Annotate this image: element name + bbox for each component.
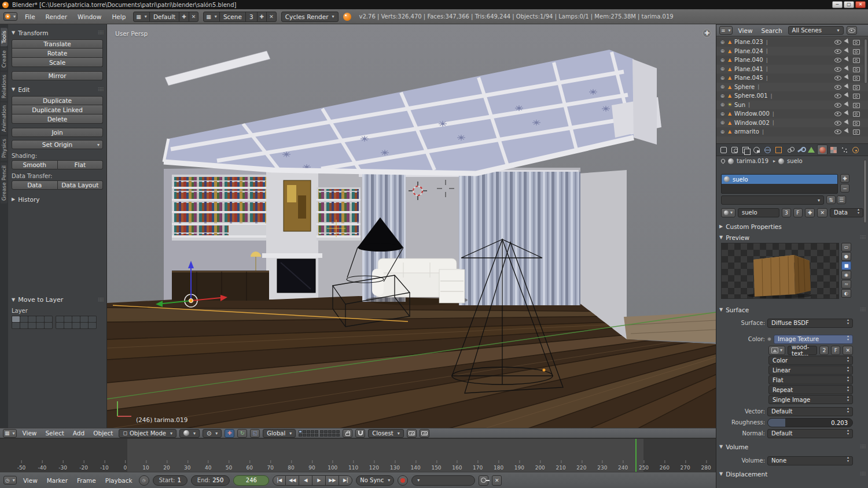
link-mode-dropdown[interactable]: Data — [830, 208, 863, 217]
preview-monkey-button[interactable]: ◉ — [841, 271, 851, 279]
translate-button[interactable]: Translate — [12, 39, 103, 49]
tab-scene[interactable] — [751, 145, 762, 155]
close-button[interactable]: ✕ — [855, 1, 866, 8]
material-slot-selected[interactable]: suelo — [722, 175, 837, 184]
scale-button[interactable]: Scale — [12, 58, 103, 67]
layer-cell[interactable] — [64, 323, 72, 328]
breadcrumb-object[interactable]: tarima.019 — [737, 158, 768, 164]
roughness-slider[interactable]: 0.203 — [767, 418, 853, 427]
renderable-icon[interactable] — [853, 128, 860, 135]
slot-options-button[interactable]: ☰ — [837, 195, 846, 204]
panel-header-history[interactable]: ▶ History — [12, 194, 103, 204]
duplicate-linked-button[interactable]: Duplicate Linked — [12, 105, 103, 114]
data-transfer-data-button[interactable]: Data — [12, 180, 58, 190]
menu-render[interactable]: Render — [43, 13, 70, 20]
play-button[interactable]: ▶ — [312, 475, 326, 486]
timeline-menu-marker[interactable]: Marker — [44, 477, 71, 484]
timeline-menu-playback[interactable]: Playback — [102, 477, 135, 484]
panel-drag-icon[interactable]: ⠿⠿ — [860, 444, 865, 450]
outliner-scrollbar[interactable] — [864, 39, 867, 84]
extension-dropdown[interactable]: Repeat — [768, 385, 853, 394]
data-transfer-layout-button[interactable]: Data Layout — [58, 180, 104, 190]
interpolation-dropdown[interactable]: Linear — [768, 365, 853, 375]
renderable-icon[interactable] — [853, 57, 860, 63]
renderable-icon[interactable] — [853, 48, 860, 54]
jump-start-button[interactable]: |◀ — [273, 475, 286, 486]
play-reverse-button[interactable]: ◀ — [299, 475, 312, 486]
tab-object[interactable] — [773, 145, 784, 155]
viewport-menu-view[interactable]: View — [20, 430, 40, 437]
layer-cell[interactable] — [320, 430, 323, 433]
expand-icon[interactable]: ⊕ — [719, 57, 726, 63]
layer-cell[interactable] — [64, 316, 72, 322]
layer-cell[interactable] — [28, 316, 36, 322]
layer-cell[interactable] — [45, 323, 52, 328]
mode-dropdown[interactable]: ◻ Object Mode ▾ — [119, 429, 176, 438]
outliner-filter-button[interactable] — [847, 26, 857, 35]
renderable-icon[interactable] — [853, 75, 860, 81]
layout-name-field[interactable]: Default — [149, 12, 179, 21]
selectable-icon[interactable] — [844, 110, 851, 117]
viewport-canvas[interactable] — [107, 24, 716, 428]
layout-delete-button[interactable]: ✕ — [189, 12, 198, 21]
outliner-display-dropdown[interactable]: All Scenes ▾ — [788, 26, 844, 35]
image-fake-user-button[interactable]: F — [831, 346, 840, 355]
tab-render[interactable] — [729, 145, 740, 155]
snap-target-dropdown[interactable]: Closest ▾ — [368, 429, 403, 438]
layer-cell[interactable] — [315, 430, 318, 433]
preview-range-button[interactable]: ◷ — [139, 475, 149, 486]
pin-icon[interactable] — [720, 158, 726, 164]
layer-cell[interactable] — [307, 430, 310, 433]
delete-button[interactable]: Delete — [12, 114, 103, 124]
manipulator-rotate-button[interactable]: ↻ — [237, 429, 247, 438]
tab-texture[interactable] — [828, 145, 838, 155]
visibility-icon[interactable] — [834, 93, 841, 99]
visibility-icon[interactable] — [834, 39, 841, 45]
image-source-dropdown[interactable]: Single Image — [768, 395, 853, 404]
shade-smooth-button[interactable]: Smooth — [12, 160, 58, 169]
expand-icon[interactable]: ⊕ — [719, 84, 726, 90]
selectable-icon[interactable] — [844, 84, 851, 90]
menu-window[interactable]: Window — [75, 13, 104, 20]
outliner-item[interactable]: ⊕ ▲ Window.002| — [716, 119, 868, 128]
viewport-menu-select[interactable]: Select — [42, 430, 67, 437]
mirror-button[interactable]: Mirror — [12, 71, 103, 80]
timeline-menu-frame[interactable]: Frame — [74, 477, 99, 484]
panel-header-transform[interactable]: ▼ Transform ⠿⠿ — [12, 28, 103, 38]
jump-end-button[interactable]: ▶| — [339, 475, 352, 486]
volume-dropdown[interactable]: None — [767, 456, 853, 465]
scene-delete-button[interactable]: ✕ — [266, 12, 276, 21]
layer-cell[interactable] — [299, 430, 302, 433]
normal-dropdown[interactable]: Default — [767, 429, 853, 438]
browse-material-button[interactable]: ▾ — [721, 208, 735, 217]
unlink-image-button[interactable]: ✕ — [843, 346, 853, 355]
layer-cell[interactable] — [324, 430, 328, 433]
panel-drag-icon[interactable]: ⠿⠿ — [860, 471, 865, 477]
snap-toggle-button[interactable] — [355, 429, 365, 438]
timeline-menu-view[interactable]: View — [20, 477, 41, 484]
duplicate-button[interactable]: Duplicate — [12, 96, 103, 105]
panel-header-displacement[interactable]: ▼ Displacement ⠿⠿ — [719, 469, 865, 479]
menu-file[interactable]: File — [22, 13, 38, 20]
manipulator-scale-button[interactable]: ◱ — [250, 429, 260, 438]
tab-modifiers[interactable] — [795, 145, 806, 155]
panel-header-preview[interactable]: ▼ Preview ⠿⠿ — [719, 232, 865, 242]
breadcrumb-material[interactable]: suelo — [787, 158, 803, 164]
renderable-icon[interactable] — [853, 84, 860, 90]
selectable-icon[interactable] — [844, 39, 851, 45]
outliner-item[interactable]: ⊕ ▲ Sphere| — [716, 83, 868, 92]
new-material-button[interactable]: ✚ — [805, 208, 815, 217]
properties-scrollbar[interactable] — [863, 160, 867, 223]
layer-cell[interactable] — [28, 323, 36, 328]
visibility-icon[interactable] — [834, 120, 841, 126]
slot-browse-field[interactable]: ▾ — [721, 195, 824, 205]
manipulator-translate-button[interactable]: ✚ — [225, 429, 234, 438]
color-space-dropdown[interactable]: Color — [768, 356, 853, 365]
sync-dropdown[interactable]: No Sync ▾ — [356, 475, 394, 486]
layer-cell[interactable] — [12, 316, 20, 322]
selectable-icon[interactable] — [844, 66, 851, 72]
viewport-shading-dropdown[interactable]: ▾ — [179, 429, 200, 438]
tab-relations[interactable]: Relations — [1, 72, 8, 101]
layer-cell[interactable] — [303, 430, 306, 433]
selectable-icon[interactable] — [844, 48, 851, 54]
